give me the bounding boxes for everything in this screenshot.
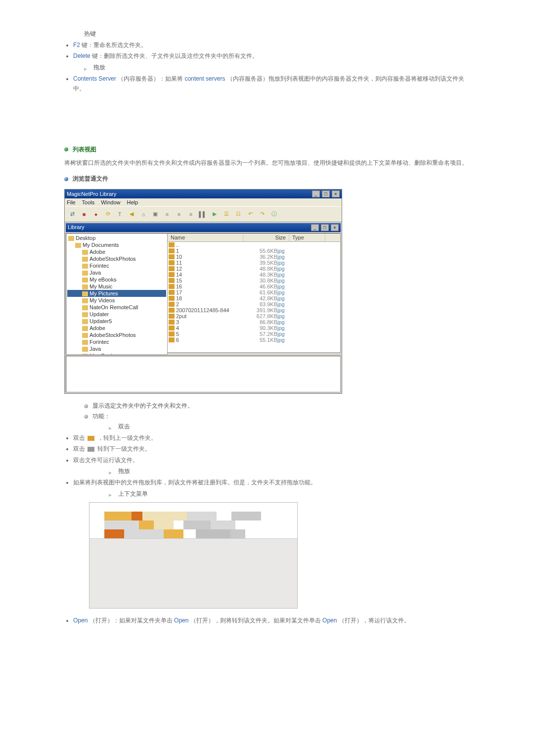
tree2-button[interactable]: ☷ [233, 209, 244, 220]
maximize-button[interactable]: □ [322, 190, 330, 197]
hotkeys-heading: 热键 [84, 30, 470, 38]
table-row[interactable]: 2put627.8KBjpg [168, 313, 340, 319]
paste-button[interactable]: ▣ [150, 209, 161, 220]
list-pane[interactable]: Name Size Type ..155.6KBjpg1036.2KBjpg11… [168, 233, 341, 353]
table-row[interactable]: 1530.8KBjpg [168, 278, 340, 284]
term: Open [322, 617, 337, 624]
tree-item[interactable]: Updater5 [67, 318, 166, 325]
tree-item[interactable]: AdobeStockPhotos [67, 255, 166, 262]
folder-icon [82, 264, 88, 269]
text: 双击文件可运行该文件。 [73, 457, 138, 464]
table-row[interactable]: 1036.2KBjpg [168, 254, 340, 260]
col-name[interactable]: Name [168, 234, 243, 241]
drag-list: Contents Server （内容服务器）：如果将 content serv… [64, 74, 470, 94]
back-button[interactable]: ◀ [126, 209, 137, 220]
table-row[interactable]: 1842.8KBjpg [168, 295, 340, 301]
tree-item[interactable]: NateOn RemoteCall [67, 304, 166, 311]
tree-item[interactable]: My Pictures [67, 290, 166, 297]
table-row[interactable]: 155.6KBjpg [168, 248, 340, 254]
table-row[interactable]: 1761.6KBjpg [168, 289, 340, 295]
menu-item[interactable]: Tools [82, 199, 95, 205]
refresh-button[interactable]: ⟳ [102, 209, 113, 220]
tree-item[interactable]: My eBooks [67, 352, 166, 355]
pause-button[interactable]: ▌▌ [197, 209, 208, 220]
text-button[interactable]: T [114, 209, 125, 220]
tree-item[interactable]: Desktop [67, 235, 166, 241]
folder-icon [82, 284, 88, 289]
connect-button[interactable]: ⇄ [67, 209, 78, 220]
file-icon [169, 302, 175, 307]
undo-button[interactable]: ↶ [245, 209, 256, 220]
table-row[interactable]: 1646.6KBjpg [168, 284, 340, 289]
window-controls: _ □ × [312, 190, 340, 197]
table-row[interactable]: 490.3KBjpg [168, 325, 340, 331]
key-desc: 键：重命名所选文件夹。 [82, 42, 147, 48]
tree-item[interactable]: Java [67, 345, 166, 352]
stop-button[interactable]: ● [90, 209, 101, 220]
up-folder-icon [88, 436, 94, 441]
list-item: Open （打开）：如果对某文件夹单击 Open （打开），则将转到该文件夹。如… [73, 615, 470, 625]
section-title: 列表视图 [73, 146, 96, 153]
term: Open [174, 617, 188, 624]
minimize-button[interactable]: _ [312, 190, 320, 197]
menu-item[interactable]: Help [127, 199, 138, 205]
close-button[interactable]: × [332, 190, 340, 197]
left-align-button[interactable]: ≡ [162, 209, 173, 220]
table-row[interactable]: 386.8KBjpg [168, 319, 340, 325]
mdi-close-button[interactable]: × [331, 224, 339, 231]
mdi-maximize-button[interactable]: □ [321, 224, 329, 231]
tree-item[interactable]: Adobe [67, 325, 166, 331]
toolbar: ⇄■●⟳T◀⌂▣≡≡≡▌▌▶☰☷↶↷ⓘ [65, 206, 342, 222]
center-button[interactable]: ≡ [174, 209, 184, 220]
context-menu-screenshot [89, 502, 298, 609]
table-row[interactable]: 655.1KBjpg [168, 337, 340, 343]
folder-icon [82, 250, 88, 255]
menu-item[interactable]: File [67, 199, 76, 205]
col-type[interactable]: Type [289, 234, 325, 241]
tree-item[interactable]: Updater [67, 311, 166, 318]
table-row[interactable]: 557.2KBjpg [168, 331, 340, 337]
tree-item[interactable]: My Videos [67, 297, 166, 304]
table-row[interactable]: 1139.5KBjpg [168, 260, 340, 266]
forward-button[interactable]: ▶ [209, 209, 220, 220]
tree-item[interactable]: Forintec [67, 338, 166, 345]
tree-item[interactable]: My Documents [67, 241, 166, 248]
folder-icon [75, 243, 81, 248]
window-title: MagicNetPro Library [67, 191, 116, 197]
tree-pane[interactable]: DesktopMy DocumentsAdobeAdobeStockPhotos… [66, 233, 168, 355]
open-list: Open （打开）：如果对某文件夹单击 Open （打开），则将转到该文件夹。如… [64, 615, 470, 625]
table-row[interactable]: .. [168, 242, 340, 248]
tree-item[interactable]: My eBooks [67, 276, 166, 283]
tree-item[interactable]: Adobe [67, 248, 166, 255]
folder-icon [82, 278, 88, 283]
tree-item[interactable]: My Music [67, 283, 166, 290]
disconnect-button[interactable]: ■ [79, 209, 89, 220]
file-icon [169, 266, 175, 271]
table-row[interactable]: 1448.3KBjpg [168, 272, 340, 278]
table-row[interactable]: 20070201112485-844391.9KBjpg [168, 307, 340, 313]
file-icon [169, 272, 175, 277]
redo-button[interactable]: ↷ [257, 209, 267, 220]
tree-item[interactable]: Java [67, 269, 166, 276]
file-icon [169, 260, 175, 265]
folder-icon [82, 298, 88, 303]
arrow-icon: ▸ [84, 65, 89, 70]
right-align-button[interactable]: ≡ [185, 209, 196, 220]
menu-item[interactable]: Window [101, 199, 120, 205]
col-size[interactable]: Size [243, 234, 289, 241]
tree-item[interactable]: AdobeStockPhotos [67, 331, 166, 338]
file-icon [169, 331, 175, 336]
ctx-label: 上下文菜单 [118, 490, 148, 497]
tree-button[interactable]: ☰ [221, 209, 232, 220]
dblclick-list: 双击 ，转到上一级文件夹。 双击 转到下一级文件夹。 双击文件可运行该文件。 [64, 433, 470, 465]
table-row[interactable]: 1248.8KBjpg [168, 266, 340, 272]
tree-item[interactable]: Forintec [67, 262, 166, 269]
drag-list2: 如果将列表视图中的文件拖放到库，则该文件将被注册到库。但是，文件夹不支持拖放功能… [64, 477, 470, 487]
dblclick-label: 双击 [118, 423, 130, 430]
home-button[interactable]: ⌂ [138, 209, 149, 220]
table-row[interactable]: 283.9KBjpg [168, 301, 340, 307]
folder-icon [82, 305, 88, 310]
funcs-label: 功能： [92, 413, 110, 420]
help-button[interactable]: ⓘ [268, 209, 279, 220]
mdi-minimize-button[interactable]: _ [311, 224, 319, 231]
